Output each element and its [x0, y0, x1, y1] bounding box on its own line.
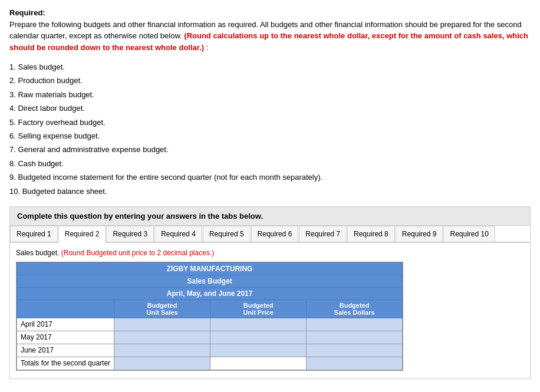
list-item-10-num: 10.	[9, 187, 20, 196]
row-label-april: April 2017	[17, 318, 114, 331]
row-label-totals: Totals for the second quarter	[17, 357, 114, 370]
list-item-10-text: Budgeted balance sheet.	[22, 187, 107, 196]
april-unit-sales-input[interactable]	[118, 320, 206, 328]
instruction-box: Complete this question by entering your …	[9, 206, 531, 226]
june-sales-dollars-cell	[307, 344, 403, 357]
tab-required-9[interactable]: Required 9	[396, 226, 443, 242]
table-title: Sales Budget	[17, 275, 403, 287]
required-label: Required:	[9, 8, 45, 17]
list-item-3-text: Raw materials budget.	[18, 90, 94, 99]
col-header-sales-dollars: BudgetedSales Dollars	[307, 299, 403, 318]
list-item-8-num: 8.	[9, 159, 16, 168]
totals-unit-sales-cell	[114, 357, 210, 370]
list-item-4-text: Direct labor budget.	[18, 104, 84, 113]
list-item-4-num: 4.	[9, 104, 16, 113]
may-sales-dollars-cell	[307, 331, 403, 344]
tabs-row: Required 1 Required 2 Required 3 Require…	[10, 226, 530, 243]
budget-table: ZIGBY MANUFACTURING Sales Budget April, …	[17, 262, 403, 370]
june-unit-price-cell	[210, 344, 307, 357]
april-unit-price-input[interactable]	[214, 320, 302, 328]
tab-required-8[interactable]: Required 8	[347, 226, 395, 242]
tab-required-3[interactable]: Required 3	[106, 226, 154, 242]
tab-required-4[interactable]: Required 4	[154, 226, 202, 242]
table-row: Totals for the second quarter	[17, 357, 403, 370]
table-subtitle: April, May, and June 2017	[17, 287, 403, 299]
sales-budget-note: Sales budget. (Round Budgeted unit price…	[16, 246, 524, 262]
april-unit-sales-cell	[114, 318, 210, 331]
june-sales-dollars-input[interactable]	[310, 346, 399, 354]
required-list: 1. Sales budget. 2. Production budget. 3…	[9, 60, 531, 198]
tab-content: Sales budget. (Round Budgeted unit price…	[10, 243, 530, 378]
june-unit-sales-input[interactable]	[118, 346, 206, 354]
title-row: Sales Budget	[17, 275, 403, 287]
tab-required-7[interactable]: Required 7	[299, 226, 347, 242]
list-item-9-text: Budgeted income statement for the entire…	[18, 173, 322, 182]
table-row: May 2017	[17, 331, 403, 344]
col-header-empty	[17, 299, 114, 318]
list-item-3-num: 3.	[9, 90, 16, 99]
may-unit-price-cell	[210, 331, 307, 344]
budget-table-wrapper: ZIGBY MANUFACTURING Sales Budget April, …	[16, 262, 403, 371]
list-item-9-num: 9.	[9, 173, 16, 182]
colon: :	[206, 43, 209, 52]
june-unit-price-input[interactable]	[214, 346, 302, 354]
april-sales-dollars-cell	[307, 318, 403, 331]
row-label-june: June 2017	[17, 344, 114, 357]
table-row: April 2017	[17, 318, 403, 331]
totals-sales-dollars-cell	[307, 357, 403, 370]
list-item-6-num: 6.	[9, 131, 16, 140]
april-unit-price-cell	[210, 318, 307, 331]
list-item-1-text: Sales budget.	[18, 62, 65, 71]
list-item-7-text: General and administrative expense budge…	[18, 145, 168, 154]
list-item-6-text: Selling expense budget.	[18, 131, 100, 140]
may-unit-sales-input[interactable]	[118, 333, 206, 341]
may-sales-dollars-input[interactable]	[310, 333, 399, 341]
tab-required-5[interactable]: Required 5	[203, 226, 251, 242]
list-item-2-num: 2.	[9, 76, 16, 85]
list-item-8-text: Cash budget.	[18, 159, 63, 168]
list-item-2-text: Production budget.	[18, 76, 82, 85]
table-row: June 2017	[17, 344, 403, 357]
sales-budget-prefix: Sales budget.	[16, 249, 59, 257]
subtitle-row: April, May, and June 2017	[17, 287, 403, 299]
company-name: ZIGBY MANUFACTURING	[17, 262, 403, 275]
list-item-5-num: 5.	[9, 118, 16, 127]
row-label-may: May 2017	[17, 331, 114, 344]
tab-required-6[interactable]: Required 6	[251, 226, 299, 242]
tab-required-1[interactable]: Required 1	[10, 226, 58, 242]
col-header-unit-price: BudgetedUnit Price	[210, 299, 307, 318]
list-item-7-num: 7.	[9, 145, 16, 154]
april-sales-dollars-input[interactable]	[310, 320, 399, 328]
tab-required-10[interactable]: Required 10	[443, 226, 495, 242]
totals-unit-sales-input[interactable]	[118, 359, 206, 367]
totals-unit-price-cell	[210, 357, 307, 370]
sales-budget-suffix: (Round Budgeted unit price to 2 decimal …	[61, 249, 214, 257]
tabs-container: Required 1 Required 2 Required 3 Require…	[9, 226, 531, 379]
list-item-1-num: 1.	[9, 62, 16, 71]
tab-required-2[interactable]: Required 2	[58, 226, 106, 243]
col-header-unit-sales: BudgetedUnit Sales	[114, 299, 210, 318]
june-unit-sales-cell	[114, 344, 210, 357]
totals-sales-dollars-input[interactable]	[310, 359, 399, 367]
may-unit-price-input[interactable]	[214, 333, 302, 341]
column-header-row: BudgetedUnit Sales BudgetedUnit Price Bu…	[17, 299, 403, 318]
company-row: ZIGBY MANUFACTURING	[17, 262, 403, 275]
may-unit-sales-cell	[114, 331, 210, 344]
required-header: Required: Prepare the following budgets …	[9, 7, 531, 53]
list-item-5-text: Factory overhead budget.	[18, 118, 105, 127]
